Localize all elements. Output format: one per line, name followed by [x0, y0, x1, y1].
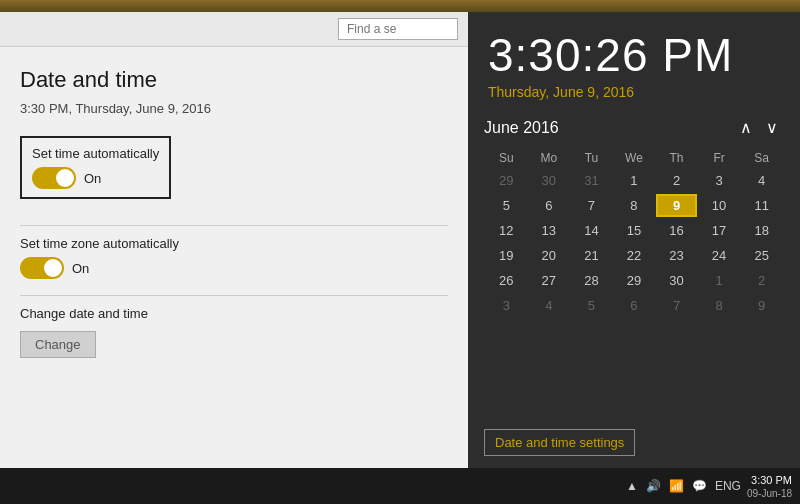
- day-header-sa: Sa: [741, 149, 782, 167]
- calendar-week-row: 262728293012: [486, 269, 782, 292]
- day-header-fr: Fr: [699, 149, 740, 167]
- set-timezone-auto-toggle[interactable]: [20, 257, 64, 279]
- calendar-day[interactable]: 22: [614, 244, 655, 267]
- change-button[interactable]: Change: [20, 331, 96, 358]
- set-time-auto-toggle[interactable]: [32, 167, 76, 189]
- settings-content: Date and time 3:30 PM, Thursday, June 9,…: [0, 47, 468, 468]
- calendar-day[interactable]: 4: [741, 169, 782, 192]
- calendar-day[interactable]: 29: [486, 169, 527, 192]
- calendar-week-row: 12131415161718: [486, 219, 782, 242]
- lang-label: ENG: [715, 479, 741, 493]
- calendar-day[interactable]: 12: [486, 219, 527, 242]
- clock-panel: 3:30:26 PM Thursday, June 9, 2016 June 2…: [468, 12, 800, 468]
- day-header-su: Su: [486, 149, 527, 167]
- calendar-day[interactable]: 9: [656, 194, 697, 217]
- calendar-day[interactable]: 27: [529, 269, 570, 292]
- calendar-next-btn[interactable]: ∨: [760, 116, 784, 139]
- current-time-label: 3:30 PM, Thursday, June 9, 2016: [20, 101, 448, 116]
- calendar-days-header-row: Su Mo Tu We Th Fr Sa: [486, 149, 782, 167]
- calendar-day[interactable]: 14: [571, 219, 612, 242]
- calendar-container: June 2016 ∧ ∨ Su Mo Tu We Th Fr Sa: [468, 108, 800, 421]
- calendar-day[interactable]: 8: [614, 194, 655, 217]
- calendar-week-row: 2930311234: [486, 169, 782, 192]
- calendar-day[interactable]: 18: [741, 219, 782, 242]
- calendar-nav: ∧ ∨: [734, 116, 784, 139]
- calendar-day[interactable]: 5: [571, 294, 612, 317]
- wallpaper-strip: [0, 0, 800, 12]
- calendar-day[interactable]: 26: [486, 269, 527, 292]
- calendar-day[interactable]: 21: [571, 244, 612, 267]
- find-setting-input[interactable]: [338, 18, 458, 40]
- day-header-we: We: [614, 149, 655, 167]
- calendar-month-year: June 2016: [484, 119, 559, 137]
- day-header-th: Th: [656, 149, 697, 167]
- taskbar-icons: ▲ 🔊 📶 💬 ENG: [626, 479, 741, 493]
- calendar-day[interactable]: 16: [656, 219, 697, 242]
- divider-1: [20, 225, 448, 226]
- change-date-time-label: Change date and time: [20, 306, 448, 321]
- calendar-day[interactable]: 11: [741, 194, 782, 217]
- calendar-day[interactable]: 23: [656, 244, 697, 267]
- taskbar-date: 09-Jun-18: [747, 488, 792, 499]
- calendar-prev-btn[interactable]: ∧: [734, 116, 758, 139]
- set-timezone-auto-state: On: [72, 261, 89, 276]
- calendar-day[interactable]: 25: [741, 244, 782, 267]
- calendar-day[interactable]: 20: [529, 244, 570, 267]
- set-timezone-auto-block: Set time zone automatically On: [20, 236, 448, 279]
- calendar-day[interactable]: 2: [741, 269, 782, 292]
- day-header-tu: Tu: [571, 149, 612, 167]
- calendar-footer: Date and time settings: [468, 421, 800, 468]
- message-icon: 💬: [692, 479, 707, 493]
- calendar-day[interactable]: 17: [699, 219, 740, 242]
- calendar-day[interactable]: 30: [656, 269, 697, 292]
- calendar-day[interactable]: 3: [699, 169, 740, 192]
- set-time-auto-block: Set time automatically On: [20, 136, 171, 199]
- calendar-day[interactable]: 3: [486, 294, 527, 317]
- set-time-auto-toggle-row: On: [32, 167, 159, 189]
- settings-panel: Date and time 3:30 PM, Thursday, June 9,…: [0, 12, 468, 468]
- calendar-day[interactable]: 7: [656, 294, 697, 317]
- calendar-day[interactable]: 8: [699, 294, 740, 317]
- calendar-day[interactable]: 28: [571, 269, 612, 292]
- divider-2: [20, 295, 448, 296]
- wifi-icon: 📶: [669, 479, 684, 493]
- network-icon: ▲: [626, 479, 638, 493]
- calendar-day[interactable]: 30: [529, 169, 570, 192]
- calendar-day[interactable]: 13: [529, 219, 570, 242]
- date-time-settings-button[interactable]: Date and time settings: [484, 429, 635, 456]
- clock-display: 3:30:26 PM Thursday, June 9, 2016: [468, 12, 800, 108]
- taskbar-time: 3:30 PM: [747, 473, 792, 488]
- calendar-day[interactable]: 19: [486, 244, 527, 267]
- day-header-mo: Mo: [529, 149, 570, 167]
- calendar-day[interactable]: 5: [486, 194, 527, 217]
- set-timezone-auto-toggle-row: On: [20, 257, 448, 279]
- calendar-week-row: 567891011: [486, 194, 782, 217]
- calendar-day[interactable]: 9: [741, 294, 782, 317]
- set-time-auto-state: On: [84, 171, 101, 186]
- clock-date: Thursday, June 9, 2016: [488, 84, 780, 100]
- calendar-day[interactable]: 10: [699, 194, 740, 217]
- taskbar: ▲ 🔊 📶 💬 ENG 3:30 PM 09-Jun-18: [0, 468, 800, 504]
- calendar-day[interactable]: 1: [614, 169, 655, 192]
- calendar-day[interactable]: 2: [656, 169, 697, 192]
- set-time-auto-label: Set time automatically: [32, 146, 159, 161]
- calendar-day[interactable]: 24: [699, 244, 740, 267]
- calendar-day[interactable]: 15: [614, 219, 655, 242]
- calendar-day[interactable]: 29: [614, 269, 655, 292]
- clock-time: 3:30:26 PM: [488, 28, 780, 82]
- calendar-day[interactable]: 4: [529, 294, 570, 317]
- calendar-day[interactable]: 6: [614, 294, 655, 317]
- settings-title: Date and time: [20, 67, 448, 93]
- calendar-week-row: 3456789: [486, 294, 782, 317]
- taskbar-clock: 3:30 PM 09-Jun-18: [747, 473, 792, 499]
- calendar-day[interactable]: 31: [571, 169, 612, 192]
- calendar-header: June 2016 ∧ ∨: [484, 116, 784, 139]
- calendar-day[interactable]: 1: [699, 269, 740, 292]
- calendar-day[interactable]: 6: [529, 194, 570, 217]
- top-bar: [0, 12, 468, 47]
- set-timezone-auto-label: Set time zone automatically: [20, 236, 448, 251]
- calendar-day[interactable]: 7: [571, 194, 612, 217]
- calendar-grid: Su Mo Tu We Th Fr Sa 2930311234567891011…: [484, 147, 784, 319]
- volume-icon: 🔊: [646, 479, 661, 493]
- calendar-week-row: 19202122232425: [486, 244, 782, 267]
